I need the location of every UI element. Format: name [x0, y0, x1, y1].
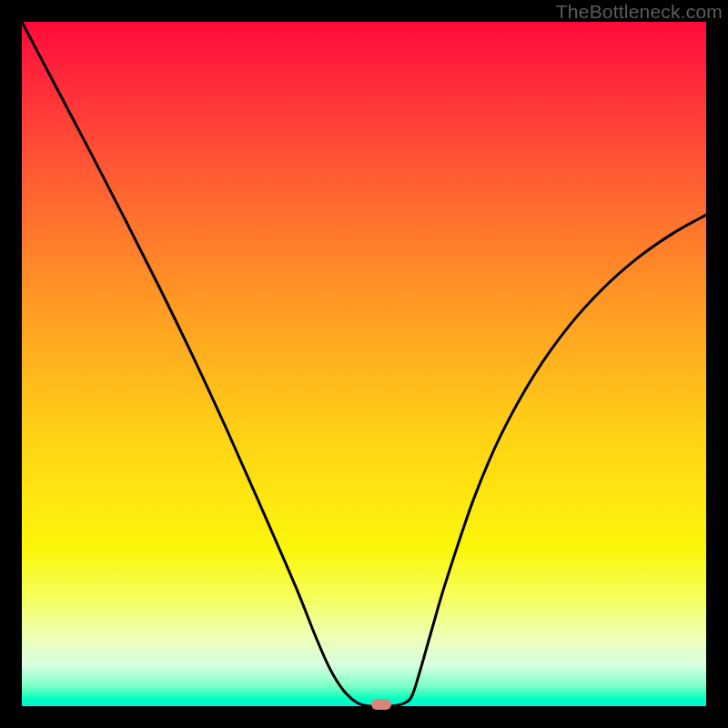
chart-container: TheBottleneck.com — [0, 0, 728, 728]
bottleneck-curve — [22, 22, 706, 706]
attribution-text: TheBottleneck.com — [556, 1, 723, 23]
plot-area — [22, 22, 706, 706]
minimum-marker — [371, 699, 391, 710]
